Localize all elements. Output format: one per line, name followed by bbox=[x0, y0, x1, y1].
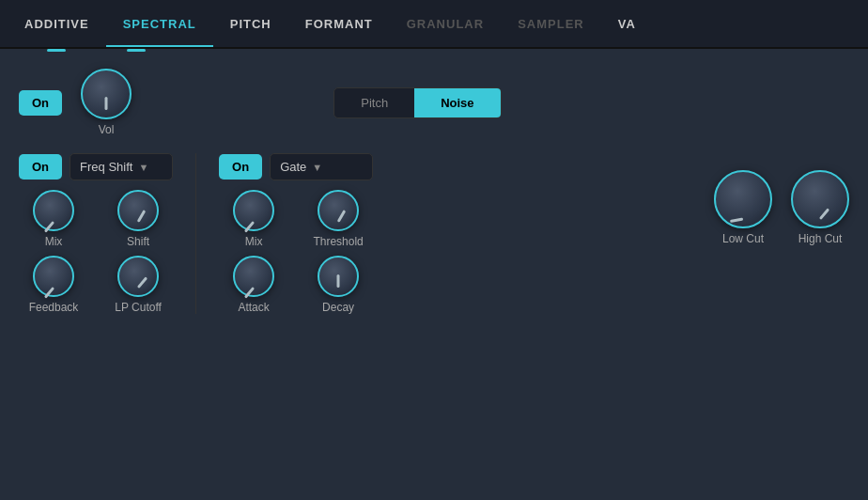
gate-threshold-knob[interactable] bbox=[318, 190, 359, 231]
freq-shift-dropdown[interactable]: Freq Shift ▼ bbox=[70, 153, 173, 180]
freq-shift-feedback-label: Feedback bbox=[29, 301, 79, 314]
tab-granular[interactable]: GRANULAR bbox=[390, 0, 501, 47]
freq-shift-toggle[interactable]: On bbox=[19, 154, 62, 180]
noise-button[interactable]: Noise bbox=[414, 88, 500, 117]
freq-shift-lpcutoff-knob[interactable] bbox=[117, 256, 159, 297]
gate-decay-container: Decay bbox=[303, 256, 373, 314]
gate-dropdown-arrow: ▼ bbox=[312, 162, 322, 173]
gate-threshold-container: Threshold bbox=[303, 190, 373, 248]
vol-knob-indicator bbox=[105, 97, 108, 110]
gate-threshold-label: Threshold bbox=[313, 235, 363, 248]
low-cut-label: Low Cut bbox=[722, 232, 764, 245]
tab-spectral[interactable]: SPECTRAL bbox=[106, 0, 213, 47]
gate-decay-label: Decay bbox=[322, 301, 354, 314]
gate-knobs: Mix Threshold Attack bbox=[219, 190, 373, 314]
tab-formant[interactable]: FORMANT bbox=[288, 0, 390, 47]
pitch-button[interactable]: Pitch bbox=[334, 88, 414, 117]
freq-shift-feedback-container: Feedback bbox=[19, 256, 88, 314]
row1: On Vol Pitch Noise bbox=[19, 69, 849, 136]
main-content: On Vol Pitch Noise On Freq Shift ▼ bbox=[0, 52, 868, 500]
freq-shift-lpcutoff-indicator bbox=[137, 276, 147, 289]
gate-section: On Gate ▼ Mix Threshold bbox=[219, 153, 373, 314]
filter-section: Low Cut High Cut bbox=[714, 153, 849, 245]
freq-shift-mix-knob[interactable] bbox=[33, 190, 74, 231]
freq-shift-lpcutoff-container: LP Cutoff bbox=[103, 256, 173, 314]
freq-shift-section: On Freq Shift ▼ Mix Shift bbox=[19, 153, 173, 314]
tab-bar: ADDITIVE SPECTRAL PITCH FORMANT GRANULAR… bbox=[0, 0, 868, 49]
gate-attack-container: Attack bbox=[219, 256, 288, 314]
freq-shift-mix-indicator bbox=[44, 221, 54, 233]
gate-decay-indicator bbox=[337, 274, 340, 288]
freq-shift-knobs: Mix Shift Feedback bbox=[19, 190, 173, 314]
tab-sampler[interactable]: SAMPLER bbox=[501, 0, 601, 47]
high-cut-indicator bbox=[819, 208, 829, 220]
gate-dropdown[interactable]: Gate ▼ bbox=[270, 153, 373, 180]
low-cut-container: Low Cut bbox=[714, 170, 772, 245]
freq-shift-mix-label: Mix bbox=[45, 235, 63, 248]
gate-attack-label: Attack bbox=[238, 301, 269, 314]
gate-toggle[interactable]: On bbox=[219, 154, 262, 180]
vol-knob-container: Vol bbox=[81, 69, 132, 136]
row2: On Freq Shift ▼ Mix Shift bbox=[19, 153, 849, 314]
gate-mix-indicator bbox=[244, 221, 255, 233]
gate-header: On Gate ▼ bbox=[219, 153, 373, 180]
tab-additive[interactable]: ADDITIVE bbox=[8, 0, 106, 47]
gate-attack-knob[interactable] bbox=[233, 256, 274, 297]
pitch-noise-control: Pitch Noise bbox=[333, 87, 501, 118]
separator1 bbox=[195, 153, 196, 314]
tab-pitch[interactable]: PITCH bbox=[213, 0, 288, 47]
vol-on-toggle[interactable]: On bbox=[19, 90, 62, 116]
gate-mix-container: Mix bbox=[219, 190, 288, 248]
gate-threshold-indicator bbox=[337, 210, 347, 223]
filter-knobs: Low Cut High Cut bbox=[714, 170, 849, 245]
vol-knob[interactable] bbox=[81, 69, 132, 119]
freq-shift-shift-label: Shift bbox=[127, 235, 149, 248]
freq-shift-header: On Freq Shift ▼ bbox=[19, 153, 173, 180]
freq-shift-shift-knob[interactable] bbox=[117, 190, 159, 231]
freq-shift-dropdown-arrow: ▼ bbox=[138, 162, 148, 173]
freq-shift-lpcutoff-label: LP Cutoff bbox=[115, 301, 162, 314]
freq-shift-feedback-indicator bbox=[44, 287, 54, 299]
high-cut-label: High Cut bbox=[798, 232, 843, 245]
low-cut-knob[interactable] bbox=[714, 170, 772, 228]
freq-shift-feedback-knob[interactable] bbox=[33, 256, 74, 297]
freq-shift-shift-container: Shift bbox=[103, 190, 173, 248]
gate-mix-label: Mix bbox=[245, 235, 263, 248]
gate-mix-knob[interactable] bbox=[233, 190, 274, 231]
tab-va[interactable]: VA bbox=[601, 0, 653, 47]
freq-shift-mix-container: Mix bbox=[19, 190, 88, 248]
high-cut-container: High Cut bbox=[791, 170, 849, 245]
low-cut-indicator bbox=[730, 218, 743, 223]
gate-decay-knob[interactable] bbox=[318, 256, 359, 297]
vol-label: Vol bbox=[99, 123, 115, 136]
high-cut-knob[interactable] bbox=[791, 170, 849, 228]
gate-attack-indicator bbox=[244, 287, 255, 299]
freq-shift-shift-indicator bbox=[137, 210, 147, 223]
